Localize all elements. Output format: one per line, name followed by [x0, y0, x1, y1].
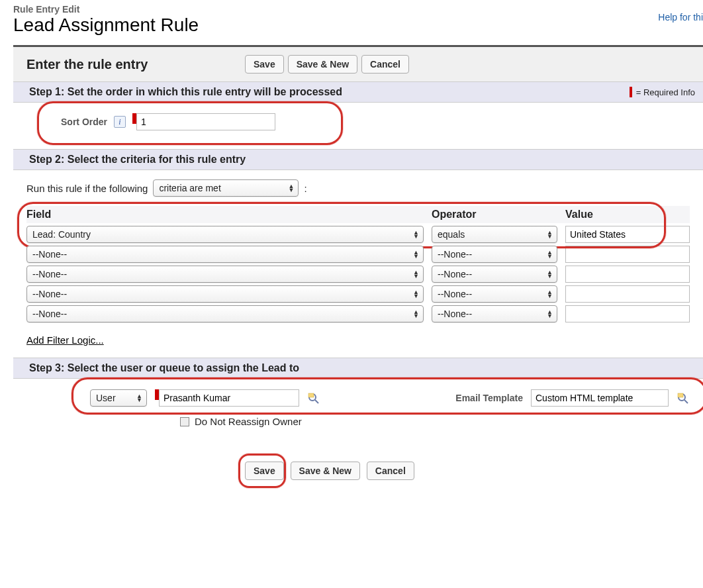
email-template-input[interactable] [531, 389, 669, 407]
criteria-row: --None-- ▲▼ --None-- ▲▼ [26, 285, 690, 303]
required-bar-icon [630, 87, 632, 97]
lookup-icon[interactable] [307, 392, 320, 404]
svg-line-1 [315, 400, 318, 403]
cancel-button-bottom[interactable]: Cancel [367, 462, 414, 480]
required-legend: = Required Info [630, 87, 695, 97]
criteria-operator-select[interactable]: equals ▲▼ [432, 226, 557, 243]
chevron-updown-icon: ▲▼ [413, 250, 419, 258]
save-new-button-bottom[interactable]: Save & New [291, 462, 360, 480]
section-heading: Enter the rule entry [26, 57, 245, 72]
criteria-operator-select[interactable]: --None-- ▲▼ [432, 305, 557, 322]
svg-rect-2 [308, 393, 314, 397]
do-not-reassign-checkbox[interactable] [180, 417, 189, 426]
chevron-updown-icon: ▲▼ [289, 184, 295, 192]
criteria-value-input[interactable] [565, 246, 690, 263]
help-link[interactable]: Help for thi [658, 12, 703, 23]
criteria-operator-select[interactable]: --None-- ▲▼ [432, 285, 557, 303]
svg-rect-5 [678, 393, 683, 397]
chevron-updown-icon: ▲▼ [547, 250, 553, 258]
chevron-updown-icon: ▲▼ [136, 394, 142, 402]
criteria-operator-select[interactable]: --None-- ▲▼ [432, 266, 557, 283]
svg-line-4 [684, 400, 688, 403]
criteria-field-select[interactable]: --None-- ▲▼ [26, 305, 424, 322]
chevron-updown-icon: ▲▼ [547, 230, 553, 238]
criteria-intro-colon: : [304, 183, 306, 194]
criteria-field-select[interactable]: --None-- ▲▼ [26, 285, 424, 303]
criteria-value-input[interactable] [565, 305, 690, 322]
save-button-bottom[interactable]: Save [245, 462, 284, 480]
chevron-updown-icon: ▲▼ [413, 310, 419, 318]
chevron-updown-icon: ▲▼ [413, 230, 419, 238]
chevron-updown-icon: ▲▼ [547, 290, 553, 298]
email-template-label: Email Template [429, 393, 523, 403]
save-new-button-top[interactable]: Save & New [288, 55, 357, 74]
add-filter-logic-link[interactable]: Add Filter Logic... [26, 334, 104, 346]
step2-title: Step 2: Select the criteria for this rul… [29, 154, 246, 166]
save-button-top[interactable]: Save [245, 55, 284, 74]
sort-order-input[interactable] [136, 113, 275, 130]
page-subtitle: Rule Entry Edit [13, 4, 199, 15]
criteria-field-select[interactable]: --None-- ▲▼ [26, 266, 424, 283]
chevron-updown-icon: ▲▼ [547, 310, 553, 318]
criteria-row: Lead: Country ▲▼ equals ▲▼ [26, 226, 690, 243]
criteria-row: --None-- ▲▼ --None-- ▲▼ [26, 246, 690, 263]
do-not-reassign-label: Do Not Reassign Owner [195, 416, 302, 427]
criteria-mode-select[interactable]: criteria are met ▲▼ [153, 179, 299, 197]
info-icon[interactable]: i [114, 116, 126, 128]
step3-title: Step 3: Select the user or queue to assi… [29, 362, 299, 374]
criteria-field-select[interactable]: Lead: Country ▲▼ [26, 226, 424, 243]
page-title: Lead Assignment Rule [13, 15, 199, 36]
assign-user-input[interactable] [159, 389, 299, 407]
criteria-row: --None-- ▲▼ --None-- ▲▼ [26, 266, 690, 283]
cancel-button-top[interactable]: Cancel [361, 55, 409, 74]
criteria-field-select[interactable]: --None-- ▲▼ [26, 246, 424, 263]
chevron-updown-icon: ▲▼ [547, 270, 553, 278]
chevron-updown-icon: ▲▼ [413, 270, 419, 278]
criteria-value-input[interactable] [565, 285, 690, 303]
step1-title: Step 1: Set the order in which this rule… [29, 86, 342, 98]
col-value: Value [565, 209, 690, 220]
assign-type-select[interactable]: User ▲▼ [90, 389, 147, 407]
col-field: Field [26, 209, 424, 220]
col-operator: Operator [432, 209, 557, 220]
sort-order-label: Sort Order [61, 117, 107, 127]
criteria-value-input[interactable] [565, 226, 690, 243]
lookup-icon[interactable] [677, 392, 690, 404]
criteria-row: --None-- ▲▼ --None-- ▲▼ [26, 305, 690, 322]
chevron-updown-icon: ▲▼ [413, 290, 419, 298]
criteria-intro-text: Run this rule if the following [26, 183, 148, 194]
criteria-value-input[interactable] [565, 266, 690, 283]
criteria-operator-select[interactable]: --None-- ▲▼ [432, 246, 557, 263]
